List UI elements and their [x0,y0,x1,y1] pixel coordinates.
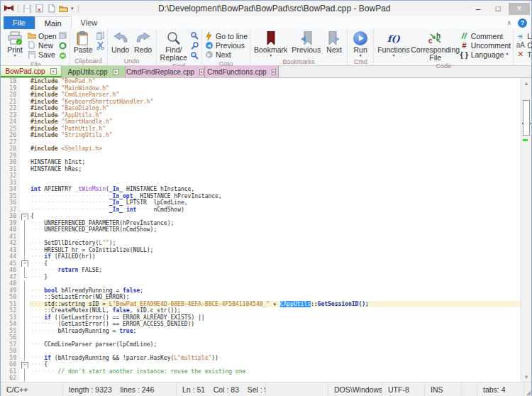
code-text: ·······················_In_opt_ HINSTANC… [29,193,521,200]
open-folder-icon[interactable] [59,4,68,13]
line-number: 34 [1,186,20,193]
status-cell[interactable]: INS [425,383,462,396]
tab-close-icon[interactable]: × [113,69,119,75]
code-text: ····::CreateMutex(NULL, false, sID.c_str… [29,307,521,314]
corresponding-file-button[interactable]: hc Corresponding File [412,30,459,62]
goto-next-button[interactable]: ▶ Next [204,50,248,59]
code-text: #include <Shellapi.h> [29,145,521,153]
fold-marker-icon[interactable] [20,361,29,368]
code-line: 51····std::wstring sID = L"BowPad_EFA99E… [1,301,521,308]
scroll-up-icon[interactable]: ▲ [521,79,531,87]
scroll-down-icon[interactable]: ▼ [521,373,531,381]
help-icon[interactable]: ? [518,18,527,28]
scrollbar-thumb[interactable] [523,100,530,136]
fold-margin [20,145,29,153]
language-button[interactable]: { } Language ▾ [460,50,511,59]
code-text: ····if (bAlreadyRunning && !parser.HasKe… [29,355,521,362]
code-text [29,233,521,241]
qat-dropdown-icon[interactable]: ▾ [71,6,74,11]
bookmark-previous-button[interactable]: Previous [289,30,323,55]
uncomment-button[interactable]: # Uncomment [460,40,511,50]
code-editor[interactable]: 18#include "BowPad.h"19#include "MainWin… [1,78,531,382]
tab-close-icon[interactable]: × [199,69,204,75]
status-cell[interactable] [462,383,477,396]
find-prev-icon[interactable] [190,41,199,50]
tab-close-icon[interactable]: × [50,68,57,75]
file-tab[interactable]: CmdFunctions.cpp× [205,66,279,77]
line-number: 23 [1,112,20,119]
status-cell[interactable] [266,383,328,396]
status-cell[interactable]: tabs: 4 [477,383,524,396]
status-cell[interactable]: length : 9323 lines : 246 [63,383,177,396]
resize-grip[interactable]: ◢ [524,383,531,396]
line-number: 21 [1,99,20,106]
status-cell[interactable]: DOS\Windows [328,383,382,396]
code-line: 61········// don't start another instanc… [1,368,521,375]
change-case-icon: aA [516,41,525,49]
bookmark-button[interactable]: Bookmark ▾ [252,30,289,58]
tab-close-icon[interactable]: × [272,69,276,75]
file-tab[interactable]: BowPad.cpp× [1,66,62,77]
code-line: 62 [1,375,521,382]
status-cell[interactable]: Ln : 51 Col : 83 Sel : 9 | 0 [177,383,266,396]
print-button[interactable]: ✓ Print ▾ [4,30,26,58]
fold-margin [20,172,29,180]
tab-main[interactable]: Main [35,16,72,29]
file-tab[interactable]: CmdFindReplace.cpp× [126,66,205,77]
find-next-icon[interactable] [190,31,199,40]
bookmark-next-button[interactable]: Next [323,30,345,55]
line-number: 49 [1,287,20,295]
line-number: 35 [1,193,20,200]
paste-button[interactable]: Paste [72,30,95,55]
code-text: #include "BowPad.h" [29,78,521,85]
save-button[interactable]: Save [27,50,57,59]
goto-line-button[interactable]: Go to line [204,31,248,40]
close-tab-button[interactable] [58,51,67,60]
comment-button[interactable]: // Comment [460,31,511,40]
status-cell[interactable]: C/C++ [1,383,63,396]
close-file-icon[interactable]: x [35,4,44,13]
file-tab[interactable]: AppUtils.cpp× [62,66,126,77]
cut-button[interactable] [96,41,105,50]
minimize-button[interactable]: – [469,3,487,15]
ribbon-group-clipboard: Paste Clipboard [70,29,108,65]
goto-previous-button[interactable]: ◀ Previous [204,40,248,50]
find-file-icon[interactable] [190,51,199,60]
save-all-button[interactable] [58,31,67,40]
change-case-button[interactable]: aA Change Case ▾ [516,40,532,50]
status-cell[interactable]: UTF-8 [382,383,425,396]
reload-button[interactable] [58,41,67,50]
redo-button[interactable]: Redo [132,30,155,55]
ribbon-collapse-icon[interactable]: ∧ [506,19,511,26]
find-replace-button[interactable]: Find/ Replace [158,30,190,62]
new-button[interactable]: New [27,40,57,50]
vertical-scrollbar[interactable]: ▲ ▼ [521,78,531,382]
lines-button[interactable]: ≡ Lines ▾ [516,31,532,40]
code-line: 18#include "BowPad.h" [1,78,521,85]
code-text [29,348,521,355]
code-text: int APIENTRY _tWinMain(_In_ HINSTANCE hI… [29,186,521,193]
functions-button[interactable]: f() Functions ▾ [375,30,412,58]
bookmark-flag-icon [262,31,279,46]
fold-margin [20,328,29,335]
code-line: 27 [1,139,521,146]
line-number: 54 [1,321,20,328]
fold-margin [20,119,29,126]
new-file-icon[interactable] [47,4,56,13]
maximize-button[interactable]: □ [489,3,507,15]
close-button[interactable]: × [509,3,530,15]
fold-margin [20,321,29,328]
fold-marker-icon[interactable] [20,260,29,268]
open-button[interactable]: Open [27,31,57,40]
run-button[interactable]: Run ▾ [349,30,372,58]
trim-whitespaces-button[interactable]: ✕ Trim Whitespaces [516,50,532,59]
line-number: 37 [1,207,20,214]
save-icon[interactable] [23,4,32,13]
tab-view[interactable]: View [72,16,107,29]
ribbon-group-cmd: Run ▾ Cmd [348,29,374,65]
ribbon: ✓ Print ▾ Open New Sa [1,29,531,66]
undo-button[interactable]: Undo [109,30,132,55]
copy-button[interactable] [96,31,105,40]
tab-file[interactable]: File [4,16,35,29]
fold-marker-icon[interactable] [20,213,29,220]
